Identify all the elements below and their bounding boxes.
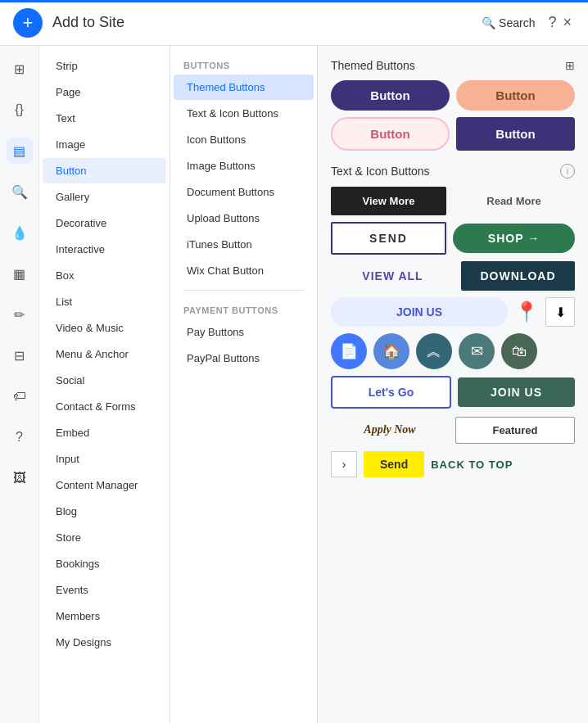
sub-pay-buttons[interactable]: Pay Buttons — [174, 319, 314, 345]
icon-rail: ⊞ {} ▤ 🔍 💧 ▦ ✏ ⊟ 🏷 ? 🖼 — [0, 46, 39, 723]
nav-page[interactable]: Page — [43, 79, 166, 105]
add-button[interactable]: + — [13, 8, 43, 38]
search-button[interactable]: 🔍 Search — [482, 16, 535, 29]
sub-upload-buttons[interactable]: Upload Buttons — [174, 206, 314, 231]
nav-members[interactable]: Members — [43, 603, 166, 629]
rail-image-icon[interactable]: 🖼 — [7, 465, 33, 491]
help-button[interactable]: ? — [545, 11, 559, 34]
row-send-shop: SEND SHOP → — [331, 222, 575, 255]
btn-download[interactable]: DOWNLOAD — [461, 261, 575, 291]
nav-list[interactable]: List — [43, 289, 166, 314]
btn-icon-up[interactable]: ︽ — [416, 333, 452, 369]
btn-back-to-top[interactable]: BACK TO TOP — [431, 459, 513, 471]
sub-themed-buttons[interactable]: Themed Buttons — [174, 75, 314, 100]
btn-join-us-2[interactable]: JOIN US — [458, 377, 575, 407]
rail-theme-icon[interactable]: 💧 — [7, 219, 33, 246]
rail-edit-icon[interactable]: ✏ — [7, 301, 33, 328]
rail-pages-icon[interactable]: ⊞ — [7, 56, 33, 82]
btn-send[interactable]: SEND — [331, 222, 446, 255]
sub-icon-buttons[interactable]: Icon Buttons — [174, 127, 314, 152]
payment-section-label: PAYMENT BUTTONS — [170, 297, 317, 319]
nav-decorative[interactable]: Decorative — [43, 210, 166, 236]
info-icon[interactable]: i — [560, 164, 575, 178]
nav-gallery[interactable]: Gallery — [43, 184, 166, 210]
nav-box[interactable]: Box — [43, 263, 166, 288]
sub-wix-chat-button[interactable]: Wix Chat Button — [174, 258, 314, 283]
btn-icon-home[interactable]: 🏠 — [373, 333, 409, 369]
btn-featured[interactable]: Featured — [455, 417, 575, 444]
main-panel: Themed Buttons ⊞ Button Button Button Bu… — [318, 46, 588, 723]
text-icon-buttons-title: Text & Icon Buttons — [331, 165, 430, 178]
nav-input[interactable]: Input — [43, 446, 166, 472]
btn-icon-doc[interactable]: 📄 — [331, 333, 367, 369]
sub-image-buttons[interactable]: Image Buttons — [174, 153, 314, 178]
sub-divider — [183, 290, 304, 291]
top-bar: + Add to Site 🔍 Search ? × — [0, 0, 588, 46]
btn-chevron[interactable]: › — [331, 451, 357, 477]
rail-box-icon[interactable]: ⊟ — [7, 342, 33, 368]
nav-panel: Strip Page Text Image Button Gallery Dec… — [39, 46, 170, 723]
btn-apply-now[interactable]: Apply Now — [331, 415, 449, 445]
btn-send-yellow[interactable]: Send — [364, 451, 424, 477]
main-layout: ⊞ {} ▤ 🔍 💧 ▦ ✏ ⊟ 🏷 ? 🖼 Strip Page Text I… — [0, 46, 588, 723]
buttons-section-label: BUTTONS — [170, 52, 317, 74]
sub-paypal-buttons[interactable]: PayPal Buttons — [174, 346, 314, 371]
btn-join-us[interactable]: JOIN US — [331, 297, 508, 327]
close-button[interactable]: × — [559, 11, 575, 34]
rail-search-icon[interactable]: 🔍 — [7, 178, 33, 205]
row-apply-featured: Apply Now Featured — [331, 415, 575, 445]
btn-view-all[interactable]: VIEW ALL — [331, 261, 455, 291]
nav-button[interactable]: Button — [43, 158, 166, 183]
expand-icon[interactable]: ⊞ — [565, 59, 575, 72]
row-icon-circles: 📄 🏠 ︽ ✉ 🛍 — [331, 333, 575, 369]
btn-icon-bag[interactable]: 🛍 — [501, 333, 537, 369]
themed-buttons-header: Themed Buttons ⊞ — [331, 59, 575, 72]
search-icon: 🔍 — [482, 16, 495, 29]
nav-contact-forms[interactable]: Contact & Forms — [43, 394, 166, 419]
btn-lets-go[interactable]: Let's Go — [331, 376, 451, 409]
nav-store[interactable]: Store — [43, 525, 166, 550]
row-letsgo-joinus2: Let's Go JOIN US — [331, 376, 575, 409]
themed-button-purple-solid[interactable]: Button — [456, 117, 575, 151]
themed-button-purple[interactable]: Button — [331, 80, 450, 111]
row-view-more: View More Read More — [331, 187, 575, 215]
rail-grid-icon[interactable]: ▦ — [7, 260, 33, 287]
nav-interactive[interactable]: Interactive — [43, 237, 166, 262]
nav-embed[interactable]: Embed — [43, 420, 166, 445]
themed-button-orange[interactable]: Button — [456, 80, 575, 111]
nav-social[interactable]: Social — [43, 368, 166, 393]
sub-panel: BUTTONS Themed Buttons Text & Icon Butto… — [170, 46, 318, 723]
themed-buttons-title: Themed Buttons — [331, 59, 415, 72]
rail-tag-icon[interactable]: 🏷 — [7, 383, 33, 409]
rail-code-icon[interactable]: {} — [7, 97, 33, 123]
nav-bookings[interactable]: Bookings — [43, 551, 166, 576]
row-chevron-send-back: › Send BACK TO TOP — [331, 451, 575, 477]
btn-shop[interactable]: SHOP → — [453, 224, 575, 253]
btn-download-box[interactable]: ⬇ — [545, 297, 575, 327]
rail-add-icon[interactable]: ▤ — [7, 138, 33, 164]
row-viewall-download: VIEW ALL DOWNLOAD — [331, 261, 575, 291]
sub-document-buttons[interactable]: Document Buttons — [174, 179, 314, 205]
themed-button-pink[interactable]: Button — [331, 117, 450, 151]
btn-icon-mail[interactable]: ✉ — [459, 333, 495, 369]
nav-text[interactable]: Text — [43, 106, 166, 131]
nav-events[interactable]: Events — [43, 577, 166, 603]
btn-read-more[interactable]: Read More — [453, 187, 575, 215]
nav-my-designs[interactable]: My Designs — [43, 630, 166, 655]
nav-image[interactable]: Image — [43, 132, 166, 157]
nav-strip[interactable]: Strip — [43, 53, 166, 79]
btn-view-more[interactable]: View More — [331, 187, 446, 215]
nav-content-manager[interactable]: Content Manager — [43, 472, 166, 498]
text-icon-buttons-header: Text & Icon Buttons i — [331, 164, 575, 178]
themed-buttons-grid: Button Button Button Button — [331, 80, 575, 151]
sub-text-icon-buttons[interactable]: Text & Icon Buttons — [174, 101, 314, 126]
nav-blog[interactable]: Blog — [43, 499, 166, 524]
row-joinus-icons: JOIN US 📍 ⬇ — [331, 297, 575, 327]
sub-itunes-button[interactable]: iTunes Button — [174, 232, 314, 257]
btn-pin[interactable]: 📍 — [514, 300, 539, 323]
nav-menu-anchor[interactable]: Menu & Anchor — [43, 341, 166, 367]
rail-help-icon[interactable]: ? — [7, 424, 33, 450]
panel-title: Add to Site — [52, 14, 482, 31]
nav-video-music[interactable]: Video & Music — [43, 315, 166, 341]
